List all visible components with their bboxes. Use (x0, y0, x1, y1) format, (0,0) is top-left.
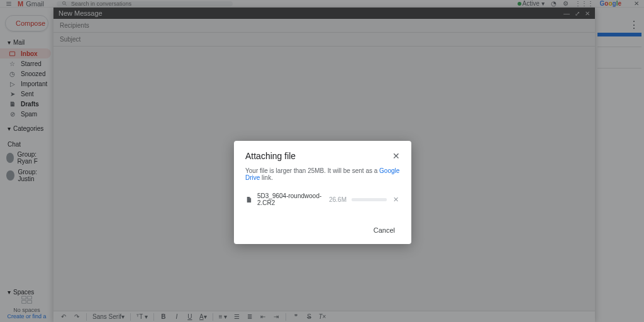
dialog-message: Your file is larger than 25MB. It will b… (245, 167, 400, 181)
cancel-button[interactable]: Cancel (369, 224, 400, 236)
cancel-upload-icon[interactable]: ✕ (392, 196, 400, 204)
upload-progress (352, 198, 387, 201)
attaching-file-dialog: Attaching file ✕ Your file is larger tha… (234, 141, 411, 244)
file-icon (245, 196, 252, 204)
dialog-title: Attaching file (245, 151, 296, 161)
file-size-label: 26.6M (329, 196, 347, 203)
file-name-label: 5D3_9604-roundwood-2.CR2 (257, 192, 324, 206)
upload-file-row: 5D3_9604-roundwood-2.CR2 26.6M ✕ (245, 192, 400, 206)
close-icon[interactable]: ✕ (392, 151, 400, 161)
